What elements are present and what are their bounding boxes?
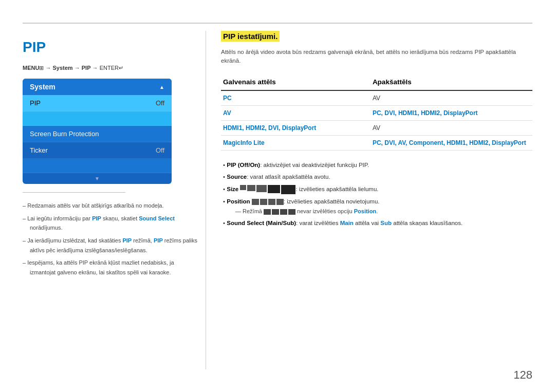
row1-col2: AV (371, 90, 532, 106)
page-number: 128 (513, 368, 532, 382)
note-4: Iespējams, ka attēls PIP ekrānā kļūst ma… (23, 258, 197, 277)
kw-sound-select: Sound Select (Main/Sub) (227, 220, 296, 226)
kw-size: Size (227, 186, 238, 192)
left-divider (23, 192, 125, 193)
note-3: Ja ierādījumu izslēdzat, kad skatāties P… (23, 236, 197, 255)
menu-item-blank2 (23, 159, 172, 173)
size-icon-5 (281, 185, 295, 194)
menu-item-blank1 (23, 111, 172, 126)
left-panel: PIP MENU⊞ → System → PIP → ENTER↵ System… (23, 31, 197, 369)
menu-item-pip-label: PIP (30, 99, 41, 107)
size-icon-3 (256, 185, 267, 192)
table-row: AV PC, DVI, HDMI1, HDMI2, DisplayPort (221, 105, 532, 120)
kw-sub: Sub (380, 220, 392, 226)
row3-col1: HDMI1, HDMI2, DVI, DisplayPort (221, 120, 371, 135)
system-label: System (30, 83, 55, 91)
kw-main: Main (340, 220, 354, 226)
menu-item-pip[interactable]: PIP Off (23, 95, 172, 111)
table-row: PC AV (221, 90, 532, 106)
top-divider (23, 23, 532, 24)
pos-icon-3 (268, 199, 275, 205)
mode-icons (264, 209, 295, 215)
bullet-list-2: Sound Select (Main/Sub): varat izvēlētie… (221, 218, 532, 229)
size-icons (240, 185, 295, 194)
kw-position-note: Position (354, 208, 376, 214)
size-icon-1 (240, 185, 246, 190)
table-row: MagicInfo Lite PC, DVI, AV, Component, H… (221, 135, 532, 150)
note-2: Lai iegūtu informāciju par PIP skaņu, sk… (23, 214, 197, 233)
row4-col1: MagicInfo Lite (221, 135, 371, 150)
table-row: HDMI1, HDMI2, DVI, DisplayPort AV (221, 120, 532, 135)
indent-note: — Režīmā nevar izvēlēties opciju Positio… (221, 208, 532, 215)
note-1: Redzamais attēls var būt atšķirīgs atkar… (23, 201, 197, 211)
kw-pip: PIP (Off/On) (227, 162, 260, 168)
row1-col1: PC (221, 90, 371, 106)
size-icon-4 (268, 185, 280, 193)
bullet-list: PIP (Off/On): aktivizējiet vai deaktiviz… (221, 160, 532, 207)
size-icon-2 (247, 185, 255, 191)
menu-path: MENU⊞ → System → PIP → ENTER↵ (23, 65, 197, 71)
mode-icon-4 (288, 209, 295, 215)
position-icons (252, 199, 284, 205)
vertical-divider (206, 31, 206, 369)
row2-col2: PC, DVI, HDMI1, HDMI2, DisplayPort (371, 105, 532, 120)
bullet-source: Source: varat atlasīt apakšattēla avotu. (221, 172, 532, 182)
pip-table: Galvenais attēls Apakšattēls PC AV AV PC… (221, 75, 532, 151)
system-menu: System ▲ PIP Off Screen Burn Protection … (23, 79, 172, 184)
col2-header: Apakšattēls (371, 75, 532, 90)
menu-item-ticker-label: Ticker (30, 146, 48, 154)
kw-position: Position (227, 198, 250, 204)
arrow-up-icon: ▲ (159, 84, 164, 90)
pos-icon-1 (252, 199, 259, 205)
system-menu-header: System ▲ (23, 79, 172, 95)
notes-section: Redzamais attēls var būt atšķirīgs atkar… (23, 201, 197, 277)
menu-item-ticker-value: Off (156, 146, 164, 154)
bullet-position: Position : izvēlieties apakšattēla novie… (221, 196, 532, 207)
section-title: PIP iestatījumi. (221, 31, 280, 42)
mode-icon-3 (280, 209, 287, 215)
pos-icon-2 (260, 199, 267, 205)
mode-icon-2 (272, 209, 279, 215)
mode-icon-1 (264, 209, 271, 215)
row2-col1: AV (221, 105, 371, 120)
menu-item-pip-value: Off (156, 99, 164, 107)
arrow-down-icon: ▼ (23, 173, 172, 184)
menu-item-screen-burn-label: Screen Burn Protection (30, 130, 99, 138)
row4-col2: PC, DVI, AV, Component, HDMI1, HDMI2, Di… (371, 135, 532, 150)
page-title: PIP (23, 39, 197, 55)
right-panel: PIP iestatījumi. Attēls no ārējā video a… (221, 31, 532, 369)
kw-source: Source (227, 174, 247, 180)
bullet-size: Size : izvēlieties apakšattēla lielumu. (221, 184, 532, 195)
row3-col2: AV (371, 120, 532, 135)
subtitle-text: Attēls no ārējā video avota būs redzams … (221, 48, 532, 66)
bullet-sound-select: Sound Select (Main/Sub): varat izvēlētie… (221, 218, 532, 229)
menu-item-ticker[interactable]: Ticker Off (23, 142, 172, 159)
pos-icon-4 (276, 199, 284, 205)
col1-header: Galvenais attēls (221, 75, 371, 90)
bullet-pip: PIP (Off/On): aktivizējiet vai deaktiviz… (221, 160, 532, 171)
menu-item-screen-burn[interactable]: Screen Burn Protection (23, 126, 172, 142)
